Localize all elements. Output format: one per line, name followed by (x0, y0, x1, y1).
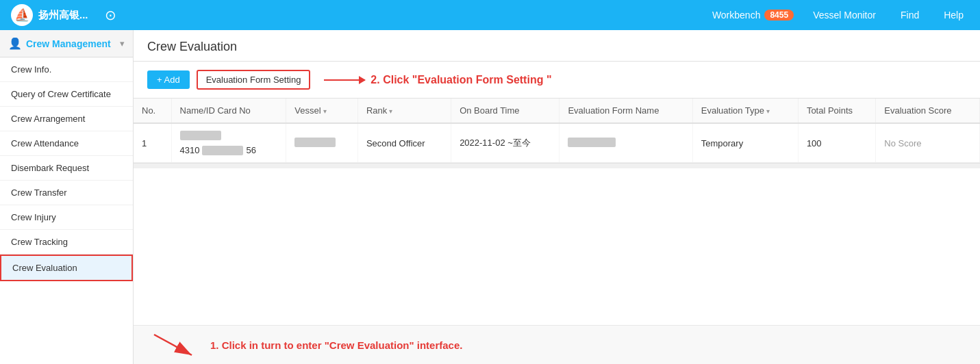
sidebar-header: 👤 Crew Management ▾ (0, 30, 133, 57)
cell-rank: Second Officer (357, 123, 451, 163)
vessel-monitor-link[interactable]: Vessel Monitor (807, 10, 881, 21)
toolbar: + Add Evaluation Form Setting 2. Click "… (134, 62, 980, 99)
main-layout: 👤 Crew Management ▾ Crew Info. Query of … (0, 30, 980, 364)
page-wrapper: ⛵ 扬州高银... ⊙ Workbench 8455 Vessel Monito… (0, 0, 980, 364)
vessel-sort-icon[interactable]: ▾ (323, 107, 327, 115)
col-total-points: Total Points (798, 99, 875, 123)
sidebar-item-query-crew-cert[interactable]: Query of Crew Certificate (0, 82, 133, 107)
col-eval-type: Evaluation Type▾ (692, 99, 798, 123)
bottom-annotation: 1. Click in turn to enter "Crew Evaluati… (134, 325, 980, 364)
id-blurred (202, 146, 243, 155)
sidebar-item-crew-transfer[interactable]: Crew Transfer (0, 181, 133, 205)
sidebar-item-disembark-request[interactable]: Disembark Request (0, 156, 133, 181)
workbench-nav[interactable]: Workbench 8455 (712, 10, 794, 21)
chevron-down-icon: ▾ (120, 38, 125, 49)
top-nav: ⛵ 扬州高银... ⊙ Workbench 8455 Vessel Monito… (0, 0, 980, 30)
sidebar-item-crew-injury[interactable]: Crew Injury (0, 205, 133, 230)
annotation-1: 2. Click "Evaluation Form Setting " (324, 74, 551, 86)
user-icon: 👤 (8, 37, 22, 50)
help-link[interactable]: Help (938, 10, 969, 21)
eval-form-name-blurred (568, 138, 616, 147)
annotation-1-text: 2. Click "Evaluation Form Setting " (370, 74, 551, 86)
main-content: Crew Evaluation + Add Evaluation Form Se… (134, 30, 980, 364)
content-header: Crew Evaluation (134, 30, 980, 62)
app-name: 扬州高银... (38, 9, 88, 22)
workbench-badge: 8455 (764, 10, 794, 21)
col-no: No. (134, 99, 171, 123)
sidebar-item-crew-evaluation[interactable]: Crew Evaluation (0, 255, 133, 281)
col-name-id: Name/ID Card No (171, 99, 286, 123)
col-eval-form-name: Evaluation Form Name (560, 99, 692, 123)
sidebar-item-crew-tracking[interactable]: Crew Tracking (0, 230, 133, 255)
cell-no: 1 (134, 123, 171, 163)
col-on-board-time: On Board Time (451, 99, 560, 123)
cell-eval-form-name (560, 123, 692, 163)
sidebar: 👤 Crew Management ▾ Crew Info. Query of … (0, 30, 134, 364)
table-row: 1 4310 56 (134, 123, 980, 163)
col-rank: Rank▾ (357, 99, 451, 123)
find-link[interactable]: Find (895, 10, 925, 21)
col-eval-score: Evaluation Score (876, 99, 980, 123)
id-row: 4310 56 (180, 145, 278, 155)
cell-name-id: 4310 56 (171, 123, 286, 163)
eval-type-sort-icon[interactable]: ▾ (766, 107, 770, 115)
table-scrollbar[interactable] (134, 163, 980, 168)
sidebar-title[interactable]: Crew Management (26, 38, 111, 49)
col-vessel: Vessel▾ (286, 99, 358, 123)
cell-eval-type: Temporary (692, 123, 798, 163)
cell-total-points: 100 (798, 123, 875, 163)
right-arrow-icon (324, 79, 365, 81)
cell-on-board-time: 2022-11-02 ~至今 (451, 123, 560, 163)
sidebar-item-crew-info[interactable]: Crew Info. (0, 57, 133, 82)
sidebar-item-crew-arrangement[interactable]: Crew Arrangement (0, 107, 133, 131)
workbench-label: Workbench (712, 10, 761, 21)
add-button[interactable]: + Add (147, 70, 190, 89)
rank-sort-icon[interactable]: ▾ (389, 107, 392, 115)
back-button[interactable]: ⊙ (105, 7, 116, 23)
svg-line-1 (154, 335, 192, 355)
logo-icon: ⛵ (11, 4, 33, 26)
sidebar-item-crew-attendance[interactable]: Crew Attendance (0, 131, 133, 156)
cell-vessel (286, 123, 358, 163)
page-title: Crew Evaluation (147, 40, 237, 53)
cell-eval-score: No Score (876, 123, 980, 163)
eval-form-setting-button[interactable]: Evaluation Form Setting (197, 70, 311, 90)
crew-evaluation-table: No. Name/ID Card No Vessel▾ Rank▾ On Boa… (134, 99, 980, 163)
name-blurred (180, 131, 278, 142)
vessel-blurred (294, 138, 336, 147)
bottom-arrow-icon (147, 331, 202, 359)
annotation-2-text: 1. Click in turn to enter "Crew Evaluati… (210, 339, 462, 351)
app-logo: ⛵ 扬州高银... (11, 4, 88, 26)
table-header-row: No. Name/ID Card No Vessel▾ Rank▾ On Boa… (134, 99, 980, 123)
data-table-container: No. Name/ID Card No Vessel▾ Rank▾ On Boa… (134, 99, 980, 325)
